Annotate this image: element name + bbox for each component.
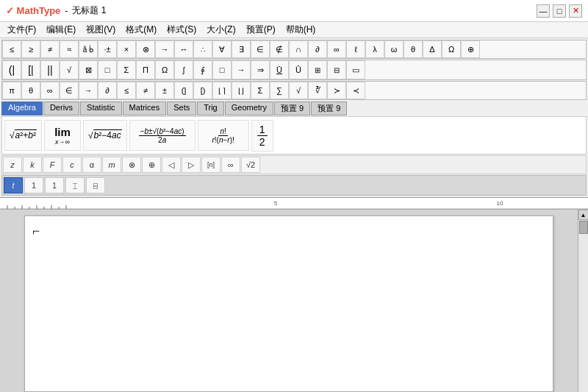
sym-Rarrow[interactable]: ⇒ — [251, 60, 270, 79]
menu-style[interactable]: 样式(S) — [162, 23, 201, 37]
sym-Omega2[interactable]: Ω — [155, 60, 174, 79]
icon-z[interactable]: z — [3, 157, 22, 173]
sym-geq[interactable]: ≥ — [21, 40, 40, 58]
sym-leq[interactable]: ≤ — [2, 40, 21, 58]
formula-quad-sqrt[interactable]: √b²−4ac — [83, 120, 127, 151]
sym-pi[interactable]: Π — [136, 60, 155, 79]
tab-preset8[interactable]: 预置 9 — [274, 101, 310, 115]
icon-k[interactable]: k — [23, 157, 42, 173]
sym-notin[interactable]: ∉ — [270, 40, 289, 58]
sym-infty[interactable]: ∞ — [327, 40, 346, 58]
tab-statistic[interactable]: Statistic — [80, 101, 122, 115]
menu-file[interactable]: 文件(F) — [3, 23, 40, 37]
tab-algebra[interactable]: Algebra — [1, 101, 43, 115]
format-2[interactable]: 1 — [45, 177, 64, 193]
format-h[interactable]: ⌶ — [65, 177, 85, 193]
menu-help[interactable]: 帮助(H) — [282, 23, 320, 37]
sym-integral[interactable]: ∫ — [174, 60, 193, 79]
sym-grid2[interactable]: ⊟ — [327, 60, 346, 79]
restore-button[interactable]: □ — [553, 4, 566, 18]
format-l[interactable]: ⌸ — [86, 177, 105, 193]
sym-in2[interactable]: ∈ — [60, 82, 79, 99]
sym-forall[interactable]: ∀ — [212, 40, 232, 58]
sym-partial2[interactable]: ∂ — [98, 82, 117, 99]
tab-matrices[interactable]: Matrices — [123, 101, 167, 115]
sym-theta2[interactable]: θ — [404, 40, 423, 58]
sym-lparen[interactable]: (| — [2, 60, 21, 79]
sym-times[interactable]: × — [117, 40, 136, 58]
icon-infty3[interactable]: ∞ — [221, 157, 240, 173]
format-1[interactable]: 1 — [24, 177, 43, 193]
icon-otimes2[interactable]: ⊗ — [122, 157, 141, 173]
tab-derivs[interactable]: Derivs — [43, 101, 79, 115]
sym-cbrt[interactable]: ∛ — [308, 82, 327, 99]
icon-alpha[interactable]: α — [82, 157, 101, 173]
sym-sqrt3[interactable]: √ — [289, 82, 308, 99]
tab-geometry[interactable]: Geometry — [225, 101, 273, 115]
sym-otimes[interactable]: ⊗ — [136, 40, 155, 58]
sym-neq2[interactable]: ≠ — [136, 82, 155, 99]
menu-format[interactable]: 格式(M) — [121, 23, 161, 37]
sym-oplus[interactable]: ⊕ — [461, 40, 480, 58]
tab-sets[interactable]: Sets — [167, 101, 196, 115]
sym-arrow-lr[interactable]: ↔ — [174, 40, 193, 58]
sym-U-hat[interactable]: Û — [289, 60, 308, 79]
icon-m[interactable]: m — [102, 157, 121, 173]
sym-contour[interactable]: ∮ — [193, 60, 212, 79]
sym-cap[interactable]: ∩ — [289, 40, 308, 58]
formula-sqrt-ab[interactable]: √a²+b² — [4, 120, 42, 151]
sym-ell[interactable]: ℓ — [346, 40, 365, 58]
formula-quadratic[interactable]: −b±√(b²−4ac) 2a — [129, 120, 196, 151]
sym-floor2[interactable]: ⌊⌋ — [232, 82, 251, 99]
menu-size[interactable]: 大小(Z) — [202, 23, 240, 37]
menu-edit[interactable]: 编辑(E) — [42, 23, 80, 37]
sym-sum[interactable]: ∑ — [270, 82, 289, 99]
menu-view[interactable]: 视图(V) — [82, 23, 120, 37]
sym-half-open2[interactable]: [) — [193, 82, 212, 99]
sym-dot-times[interactable]: ·± — [98, 40, 117, 58]
sym-pm[interactable]: ± — [155, 82, 174, 99]
sym-sigma[interactable]: Σ — [117, 60, 136, 79]
sym-approx[interactable]: ≈ — [60, 40, 79, 58]
format-text[interactable]: t — [4, 177, 23, 193]
scroll-thumb-v[interactable] — [579, 221, 588, 234]
sym-U-bar[interactable]: Ū — [270, 60, 289, 79]
sym-rarrow3[interactable]: → — [79, 82, 98, 99]
icon-triangle-l[interactable]: ◁ — [162, 157, 181, 173]
sym-lbracket[interactable]: [| — [21, 60, 40, 79]
sym-lambda[interactable]: λ — [365, 40, 384, 58]
sym-leq2[interactable]: ≤ — [117, 82, 136, 99]
sym-exists[interactable]: ∃ — [232, 40, 251, 58]
minimize-button[interactable]: — — [537, 4, 550, 18]
sym-Omega[interactable]: Ω — [442, 40, 461, 58]
sym-sqrt2[interactable]: √ — [60, 60, 79, 79]
sym-box2[interactable]: □ — [212, 60, 232, 79]
sym-rect[interactable]: ▭ — [346, 60, 365, 79]
icon-F[interactable]: F — [43, 157, 62, 173]
icon-sqrt4[interactable]: √2 — [241, 157, 260, 173]
sym-aring[interactable]: å ḃ — [79, 40, 98, 58]
sym-partial[interactable]: ∂ — [308, 40, 327, 58]
sym-pi2[interactable]: π — [2, 82, 21, 99]
sym-square[interactable]: □ — [98, 60, 117, 79]
sym-sigma2[interactable]: Σ — [251, 82, 270, 99]
icon-oplus2[interactable]: ⊕ — [142, 157, 161, 173]
sym-boxtimes[interactable]: ⊠ — [79, 60, 98, 79]
sym-arrow-right[interactable]: → — [155, 40, 174, 58]
icon-n-bracket[interactable]: [n] — [201, 157, 220, 173]
sym-delta[interactable]: Δ — [423, 40, 442, 58]
sym-half-open[interactable]: (] — [174, 82, 193, 99]
sym-rarrow2[interactable]: → — [232, 60, 251, 79]
sym-succ[interactable]: ≻ — [327, 82, 346, 99]
sym-norm[interactable]: || — [40, 60, 60, 79]
icon-triangle-r[interactable]: ▷ — [182, 157, 201, 173]
close-button[interactable]: ✕ — [569, 4, 582, 18]
sym-neq[interactable]: ≠ — [40, 40, 60, 58]
formula-lim[interactable]: lim x→∞ — [44, 120, 81, 151]
menu-prefs[interactable]: 预置(P) — [242, 23, 280, 37]
sym-floor[interactable]: ⌊ ⌉ — [212, 82, 232, 99]
scroll-up-button[interactable]: ▲ — [578, 210, 589, 220]
editor-page[interactable]: ⌐ — [24, 215, 553, 392]
formula-permutation[interactable]: n! r!(n−r)! — [198, 120, 249, 151]
tab-preset9[interactable]: 预置 9 — [311, 101, 347, 115]
